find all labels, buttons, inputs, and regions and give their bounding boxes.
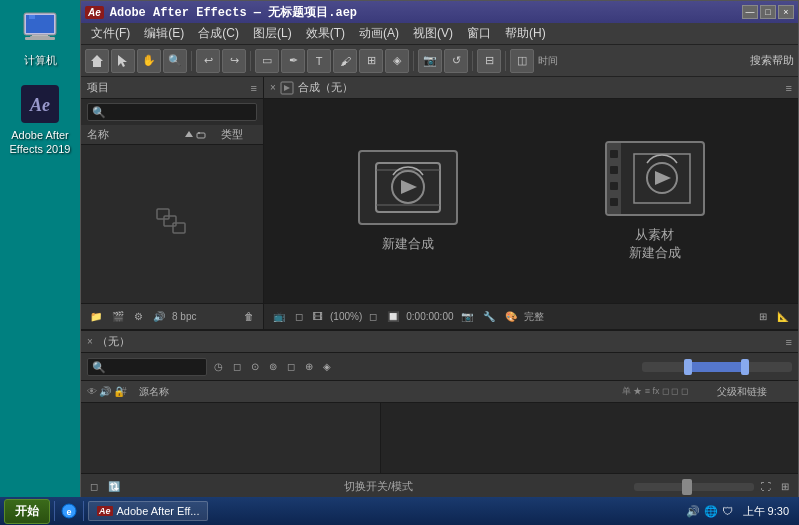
viewer-btn-4[interactable]: ◻ xyxy=(366,310,380,323)
eye-icon: 👁 xyxy=(87,386,97,397)
viewer-btn-7[interactable]: 🔧 xyxy=(480,310,498,323)
from-footage-button[interactable]: 从素材新建合成 xyxy=(605,141,705,262)
from-footage-label: 从素材新建合成 xyxy=(629,226,681,262)
project-panel: 项目 ≡ 名称 类型 xyxy=(81,77,264,329)
toolbar-search-area: 搜索帮助 xyxy=(750,53,794,68)
project-panel-menu[interactable]: ≡ xyxy=(251,82,257,94)
window-controls: — □ × xyxy=(742,5,794,19)
project-search-input[interactable] xyxy=(87,103,257,121)
pen-tool-button[interactable]: ✒ xyxy=(281,49,305,73)
timeline-bottom-btn-1[interactable]: ◻ xyxy=(87,480,101,493)
timeline-ctrl-7[interactable]: ◈ xyxy=(320,360,334,373)
new-comp-label: 新建合成 xyxy=(382,235,434,253)
timeline-columns: 👁 🔊 🔒 # 源名称 单 ★ ≡ fx ◻ ◻ ◻ 父级和链接 xyxy=(81,381,798,403)
project-btn-2[interactable]: 🎬 xyxy=(109,310,127,323)
viewer-btn-5[interactable]: 🔲 xyxy=(384,310,402,323)
menu-edit[interactable]: 编辑(E) xyxy=(138,23,190,44)
svg-rect-11 xyxy=(197,133,205,138)
project-trash-btn[interactable]: 🗑 xyxy=(241,310,257,323)
comp-panel-close[interactable]: × xyxy=(270,82,276,93)
viewer-btn-3[interactable]: 🎞 xyxy=(310,310,326,323)
svg-rect-14 xyxy=(164,216,176,226)
close-button[interactable]: × xyxy=(778,5,794,19)
timeline-search-input[interactable] xyxy=(87,358,207,376)
timeline-slider-left-handle[interactable] xyxy=(684,359,692,375)
viewer-btn-6[interactable]: 📷 xyxy=(458,310,476,323)
timeline-bottom-btn-2[interactable]: 🔃 xyxy=(105,480,123,493)
hand-tool-button[interactable]: ✋ xyxy=(137,49,161,73)
filmstrip-hole-4 xyxy=(610,198,618,206)
zoom-tool-button[interactable]: 🔍 xyxy=(163,49,187,73)
desktop-icon-ae[interactable]: Ae Adobe AfterEffects 2019 xyxy=(5,80,75,161)
timeline-ctrl-2[interactable]: ◻ xyxy=(230,360,244,373)
timeline-ctrl-4[interactable]: ⊚ xyxy=(266,360,280,373)
col-name-header: 名称 xyxy=(87,127,183,142)
project-btn-1[interactable]: 📁 xyxy=(87,310,105,323)
taskbar-ae-item[interactable]: Ae Adobe After Eff... xyxy=(88,501,208,521)
toolbar-divider-1 xyxy=(191,51,192,71)
menu-file[interactable]: 文件(F) xyxy=(85,23,136,44)
svg-marker-10 xyxy=(185,131,193,137)
timeline-close[interactable]: × xyxy=(87,336,93,347)
zoom-level: (100%) xyxy=(330,311,362,322)
timeline-slider-right-handle[interactable] xyxy=(741,359,749,375)
viewer-btn-8[interactable]: 🎨 xyxy=(502,310,520,323)
maximize-button[interactable]: □ xyxy=(760,5,776,19)
timeline-ctrl-5[interactable]: ◻ xyxy=(284,360,298,373)
timeline-area: × （无） ≡ ◷ ◻ ⊙ ⊚ ◻ ⊕ ◈ xyxy=(81,329,798,499)
menu-animation[interactable]: 动画(A) xyxy=(353,23,405,44)
timeline-bottom-btn-3[interactable]: ⛶ xyxy=(758,480,774,493)
menu-bar: 文件(F) 编辑(E) 合成(C) 图层(L) 效果(T) 动画(A) 视图(V… xyxy=(81,23,798,45)
project-btn-3[interactable]: ⚙ xyxy=(131,310,146,323)
brush-tool-button[interactable]: 🖌 xyxy=(333,49,357,73)
redo-button[interactable]: ↪ xyxy=(222,49,246,73)
minimize-button[interactable]: — xyxy=(742,5,758,19)
col-type-header: 类型 xyxy=(207,127,257,142)
timeline-menu[interactable]: ≡ xyxy=(786,336,792,348)
main-area: 项目 ≡ 名称 类型 xyxy=(81,77,798,329)
taskbar-ae-label: Adobe After Eff... xyxy=(117,505,200,517)
viewer-btn-2[interactable]: ◻ xyxy=(292,310,306,323)
timeline-ctrl-1[interactable]: ◷ xyxy=(211,360,226,373)
rectangle-tool-button[interactable]: ▭ xyxy=(255,49,279,73)
system-tray: 🔊 🌐 🛡 上午 9:30 xyxy=(686,504,795,519)
undo-button[interactable]: ↩ xyxy=(196,49,220,73)
viewer-btn-9[interactable]: ⊞ xyxy=(756,310,770,323)
new-comp-icon xyxy=(358,150,458,225)
home-button[interactable] xyxy=(85,49,109,73)
timeline-zoom-slider[interactable] xyxy=(634,483,754,491)
menu-view[interactable]: 视图(V) xyxy=(407,23,459,44)
puppet-tool-button[interactable]: ◈ xyxy=(385,49,409,73)
project-btn-4[interactable]: 🔊 xyxy=(150,310,168,323)
menu-composition[interactable]: 合成(C) xyxy=(192,23,245,44)
clone-tool-button[interactable]: ⊞ xyxy=(359,49,383,73)
comp-panel-menu[interactable]: ≡ xyxy=(786,82,792,94)
viewer-btn-1[interactable]: 📺 xyxy=(270,310,288,323)
timeline-ctrl-6[interactable]: ⊕ xyxy=(302,360,316,373)
composition-panel: × 合成（无） ≡ xyxy=(264,77,798,329)
camera-tool-button[interactable]: 📷 xyxy=(418,49,442,73)
timeline-zoom-handle[interactable] xyxy=(682,479,692,495)
align-button[interactable]: ⊟ xyxy=(477,49,501,73)
select-tool-button[interactable] xyxy=(111,49,135,73)
viewer-btn-10[interactable]: 📐 xyxy=(774,310,792,323)
timeline-bottom-btn-4[interactable]: ⊞ xyxy=(778,480,792,493)
quality-display: 完整 xyxy=(524,310,544,324)
quick-launch-ie[interactable]: e xyxy=(59,501,79,521)
timeline-content xyxy=(81,403,798,473)
orbit-tool-button[interactable]: ↺ xyxy=(444,49,468,73)
menu-layer[interactable]: 图层(L) xyxy=(247,23,298,44)
menu-help[interactable]: 帮助(H) xyxy=(499,23,552,44)
menu-window[interactable]: 窗口 xyxy=(461,23,497,44)
filmstrip-hole-3 xyxy=(610,182,618,190)
computer-icon-label: 计算机 xyxy=(24,53,57,67)
desktop-icon-computer[interactable]: 计算机 xyxy=(5,5,75,71)
text-tool-button[interactable]: T xyxy=(307,49,331,73)
new-composition-button[interactable]: 新建合成 xyxy=(358,150,458,253)
menu-effects[interactable]: 效果(T) xyxy=(300,23,351,44)
timeline-track-area xyxy=(381,403,798,473)
project-search-area xyxy=(81,99,263,125)
start-button[interactable]: 开始 xyxy=(4,499,50,524)
snap-button[interactable]: ◫ xyxy=(510,49,534,73)
timeline-ctrl-3[interactable]: ⊙ xyxy=(248,360,262,373)
